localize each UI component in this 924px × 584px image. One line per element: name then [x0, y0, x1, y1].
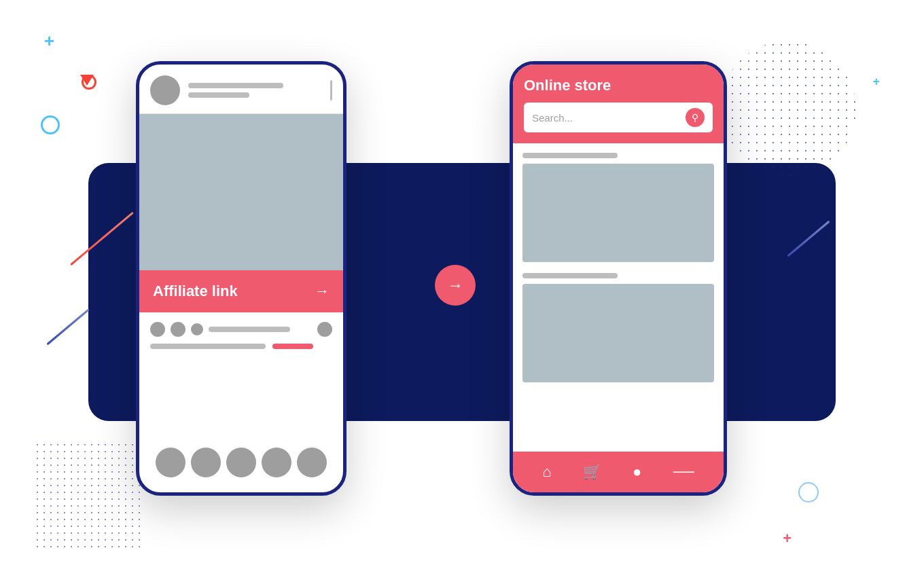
store-nav-footer: ⌂ 🛒 ● ── [513, 452, 724, 492]
handle-line [188, 92, 249, 98]
phone-header [139, 65, 343, 114]
nav-add[interactable] [226, 448, 256, 477]
likes-row [150, 322, 332, 337]
caption-line-1 [150, 344, 266, 349]
product-title-1 [522, 153, 618, 158]
nav-profile[interactable] [297, 448, 327, 477]
store-header: Online store Search... ⚲ [513, 65, 724, 143]
deco-circle-2 [798, 482, 819, 503]
phone-social-media: Affiliate link → [136, 61, 346, 496]
affiliate-link-label: Affiliate link [153, 282, 238, 300]
caption-lines [150, 344, 332, 349]
connector-arrow: → [435, 265, 476, 306]
dot-grid-bottom-left [34, 441, 143, 550]
likes-count-line [209, 327, 290, 332]
deco-line-2 [46, 309, 89, 346]
menu-icon [330, 80, 332, 101]
product-image-1 [522, 164, 714, 262]
phone-nav-footer [139, 448, 343, 477]
product-title-2 [522, 273, 618, 278]
affiliate-link-button[interactable]: Affiliate link → [139, 270, 343, 312]
deco-plus-3: + [872, 75, 880, 89]
avatar [150, 75, 180, 105]
deco-triangle [80, 75, 94, 86]
nav-account-icon[interactable]: ● [633, 463, 641, 481]
deco-plus-1: + [44, 31, 54, 52]
nav-home-icon[interactable]: ⌂ [542, 463, 551, 481]
nav-menu-icon[interactable]: ── [673, 463, 694, 481]
search-icon: ⚲ [692, 112, 698, 123]
product-card-2[interactable] [522, 273, 714, 382]
product-image-2 [522, 284, 714, 382]
caption-line-2 [272, 344, 313, 349]
like-dot-1 [150, 322, 165, 337]
post-image [139, 114, 343, 270]
product-card-1[interactable] [522, 153, 714, 262]
nav-activity[interactable] [262, 448, 291, 477]
nav-cart-icon[interactable]: 🛒 [583, 463, 601, 481]
dot-grid-top-right [720, 41, 856, 177]
search-bar[interactable]: Search... ⚲ [524, 103, 713, 132]
phone-online-store: Online store Search... ⚲ ⌂ 🛒 ● ── [510, 61, 727, 496]
deco-circle-1 [41, 115, 60, 134]
search-button[interactable]: ⚲ [686, 108, 705, 127]
store-content [513, 143, 724, 392]
nav-search[interactable] [191, 448, 221, 477]
search-placeholder: Search... [532, 112, 680, 124]
like-dot-2 [171, 322, 185, 337]
username-line [188, 83, 283, 88]
post-meta [139, 312, 343, 359]
connector-arrow-icon: → [447, 276, 463, 295]
store-title: Online store [524, 77, 713, 94]
header-user-info [188, 83, 322, 98]
like-dot-3 [191, 323, 203, 335]
deco-plus-2: + [783, 530, 792, 547]
nav-home[interactable] [156, 448, 185, 477]
share-dot [317, 322, 332, 337]
affiliate-link-arrow: → [315, 282, 330, 300]
